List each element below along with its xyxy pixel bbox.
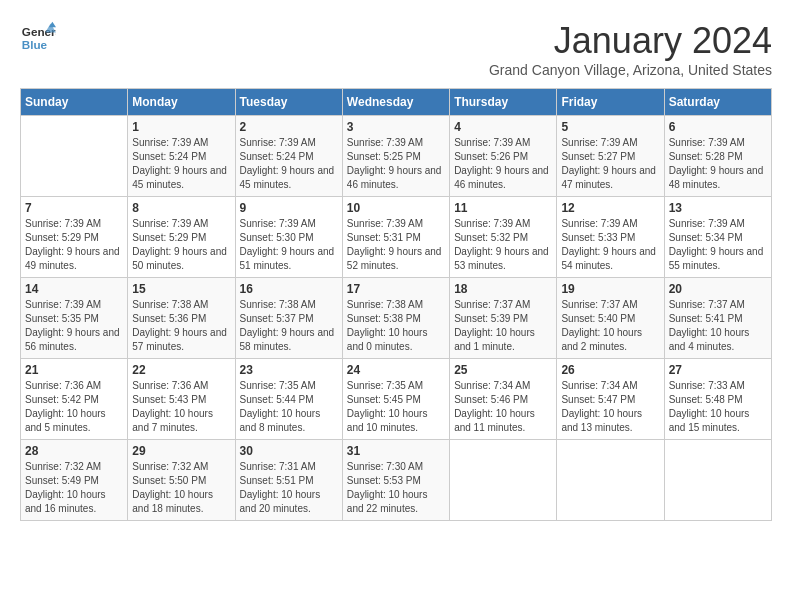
day-info: Sunrise: 7:39 AMSunset: 5:28 PMDaylight:…: [669, 136, 767, 192]
day-number: 11: [454, 201, 552, 215]
day-number: 27: [669, 363, 767, 377]
logo: General Blue: [20, 20, 56, 56]
calendar-week-row: 21Sunrise: 7:36 AMSunset: 5:42 PMDayligh…: [21, 359, 772, 440]
calendar-cell: 12Sunrise: 7:39 AMSunset: 5:33 PMDayligh…: [557, 197, 664, 278]
calendar-cell: 14Sunrise: 7:39 AMSunset: 5:35 PMDayligh…: [21, 278, 128, 359]
day-info: Sunrise: 7:30 AMSunset: 5:53 PMDaylight:…: [347, 460, 445, 516]
day-info: Sunrise: 7:36 AMSunset: 5:43 PMDaylight:…: [132, 379, 230, 435]
day-number: 25: [454, 363, 552, 377]
day-number: 6: [669, 120, 767, 134]
calendar-subtitle: Grand Canyon Village, Arizona, United St…: [489, 62, 772, 78]
day-number: 18: [454, 282, 552, 296]
page-header: General Blue January 2024 Grand Canyon V…: [20, 20, 772, 78]
calendar-cell: 31Sunrise: 7:30 AMSunset: 5:53 PMDayligh…: [342, 440, 449, 521]
day-number: 28: [25, 444, 123, 458]
calendar-cell: 28Sunrise: 7:32 AMSunset: 5:49 PMDayligh…: [21, 440, 128, 521]
day-info: Sunrise: 7:37 AMSunset: 5:39 PMDaylight:…: [454, 298, 552, 354]
header-thursday: Thursday: [450, 89, 557, 116]
title-block: January 2024 Grand Canyon Village, Arizo…: [489, 20, 772, 78]
day-info: Sunrise: 7:39 AMSunset: 5:27 PMDaylight:…: [561, 136, 659, 192]
calendar-cell: 10Sunrise: 7:39 AMSunset: 5:31 PMDayligh…: [342, 197, 449, 278]
header-tuesday: Tuesday: [235, 89, 342, 116]
calendar-cell: 9Sunrise: 7:39 AMSunset: 5:30 PMDaylight…: [235, 197, 342, 278]
day-number: 29: [132, 444, 230, 458]
day-info: Sunrise: 7:39 AMSunset: 5:29 PMDaylight:…: [25, 217, 123, 273]
svg-text:Blue: Blue: [22, 38, 48, 51]
header-monday: Monday: [128, 89, 235, 116]
calendar-cell: [450, 440, 557, 521]
day-number: 20: [669, 282, 767, 296]
day-info: Sunrise: 7:38 AMSunset: 5:37 PMDaylight:…: [240, 298, 338, 354]
day-number: 10: [347, 201, 445, 215]
day-info: Sunrise: 7:37 AMSunset: 5:40 PMDaylight:…: [561, 298, 659, 354]
day-number: 23: [240, 363, 338, 377]
day-info: Sunrise: 7:34 AMSunset: 5:47 PMDaylight:…: [561, 379, 659, 435]
calendar-cell: 2Sunrise: 7:39 AMSunset: 5:24 PMDaylight…: [235, 116, 342, 197]
calendar-cell: 19Sunrise: 7:37 AMSunset: 5:40 PMDayligh…: [557, 278, 664, 359]
calendar-cell: 15Sunrise: 7:38 AMSunset: 5:36 PMDayligh…: [128, 278, 235, 359]
day-number: 19: [561, 282, 659, 296]
calendar-cell: 27Sunrise: 7:33 AMSunset: 5:48 PMDayligh…: [664, 359, 771, 440]
day-info: Sunrise: 7:39 AMSunset: 5:26 PMDaylight:…: [454, 136, 552, 192]
day-number: 3: [347, 120, 445, 134]
day-info: Sunrise: 7:39 AMSunset: 5:34 PMDaylight:…: [669, 217, 767, 273]
day-info: Sunrise: 7:39 AMSunset: 5:24 PMDaylight:…: [240, 136, 338, 192]
day-info: Sunrise: 7:38 AMSunset: 5:36 PMDaylight:…: [132, 298, 230, 354]
day-number: 5: [561, 120, 659, 134]
calendar-cell: 5Sunrise: 7:39 AMSunset: 5:27 PMDaylight…: [557, 116, 664, 197]
day-number: 30: [240, 444, 338, 458]
calendar-cell: 11Sunrise: 7:39 AMSunset: 5:32 PMDayligh…: [450, 197, 557, 278]
day-number: 12: [561, 201, 659, 215]
weekday-header-row: Sunday Monday Tuesday Wednesday Thursday…: [21, 89, 772, 116]
day-info: Sunrise: 7:36 AMSunset: 5:42 PMDaylight:…: [25, 379, 123, 435]
header-wednesday: Wednesday: [342, 89, 449, 116]
calendar-cell: 23Sunrise: 7:35 AMSunset: 5:44 PMDayligh…: [235, 359, 342, 440]
day-number: 31: [347, 444, 445, 458]
calendar-cell: 13Sunrise: 7:39 AMSunset: 5:34 PMDayligh…: [664, 197, 771, 278]
day-info: Sunrise: 7:38 AMSunset: 5:38 PMDaylight:…: [347, 298, 445, 354]
calendar-cell: 7Sunrise: 7:39 AMSunset: 5:29 PMDaylight…: [21, 197, 128, 278]
day-number: 2: [240, 120, 338, 134]
day-number: 14: [25, 282, 123, 296]
day-number: 26: [561, 363, 659, 377]
day-info: Sunrise: 7:32 AMSunset: 5:50 PMDaylight:…: [132, 460, 230, 516]
calendar-cell: 20Sunrise: 7:37 AMSunset: 5:41 PMDayligh…: [664, 278, 771, 359]
calendar-cell: 17Sunrise: 7:38 AMSunset: 5:38 PMDayligh…: [342, 278, 449, 359]
calendar-cell: 30Sunrise: 7:31 AMSunset: 5:51 PMDayligh…: [235, 440, 342, 521]
calendar-cell: 3Sunrise: 7:39 AMSunset: 5:25 PMDaylight…: [342, 116, 449, 197]
calendar-cell: [21, 116, 128, 197]
calendar-cell: 21Sunrise: 7:36 AMSunset: 5:42 PMDayligh…: [21, 359, 128, 440]
calendar-cell: 8Sunrise: 7:39 AMSunset: 5:29 PMDaylight…: [128, 197, 235, 278]
calendar-cell: 6Sunrise: 7:39 AMSunset: 5:28 PMDaylight…: [664, 116, 771, 197]
day-info: Sunrise: 7:39 AMSunset: 5:35 PMDaylight:…: [25, 298, 123, 354]
calendar-cell: 16Sunrise: 7:38 AMSunset: 5:37 PMDayligh…: [235, 278, 342, 359]
header-sunday: Sunday: [21, 89, 128, 116]
calendar-week-row: 14Sunrise: 7:39 AMSunset: 5:35 PMDayligh…: [21, 278, 772, 359]
day-info: Sunrise: 7:39 AMSunset: 5:33 PMDaylight:…: [561, 217, 659, 273]
day-number: 1: [132, 120, 230, 134]
calendar-cell: [664, 440, 771, 521]
logo-icon: General Blue: [20, 20, 56, 56]
day-info: Sunrise: 7:33 AMSunset: 5:48 PMDaylight:…: [669, 379, 767, 435]
calendar-cell: 29Sunrise: 7:32 AMSunset: 5:50 PMDayligh…: [128, 440, 235, 521]
day-info: Sunrise: 7:39 AMSunset: 5:24 PMDaylight:…: [132, 136, 230, 192]
calendar-cell: 4Sunrise: 7:39 AMSunset: 5:26 PMDaylight…: [450, 116, 557, 197]
calendar-cell: 26Sunrise: 7:34 AMSunset: 5:47 PMDayligh…: [557, 359, 664, 440]
calendar-title: January 2024: [489, 20, 772, 62]
calendar-week-row: 1Sunrise: 7:39 AMSunset: 5:24 PMDaylight…: [21, 116, 772, 197]
day-number: 24: [347, 363, 445, 377]
calendar-table: Sunday Monday Tuesday Wednesday Thursday…: [20, 88, 772, 521]
day-info: Sunrise: 7:35 AMSunset: 5:45 PMDaylight:…: [347, 379, 445, 435]
day-number: 9: [240, 201, 338, 215]
day-info: Sunrise: 7:35 AMSunset: 5:44 PMDaylight:…: [240, 379, 338, 435]
day-number: 8: [132, 201, 230, 215]
calendar-week-row: 28Sunrise: 7:32 AMSunset: 5:49 PMDayligh…: [21, 440, 772, 521]
day-number: 22: [132, 363, 230, 377]
day-number: 4: [454, 120, 552, 134]
day-number: 21: [25, 363, 123, 377]
calendar-cell: 18Sunrise: 7:37 AMSunset: 5:39 PMDayligh…: [450, 278, 557, 359]
day-number: 7: [25, 201, 123, 215]
day-info: Sunrise: 7:39 AMSunset: 5:29 PMDaylight:…: [132, 217, 230, 273]
calendar-cell: [557, 440, 664, 521]
day-info: Sunrise: 7:31 AMSunset: 5:51 PMDaylight:…: [240, 460, 338, 516]
